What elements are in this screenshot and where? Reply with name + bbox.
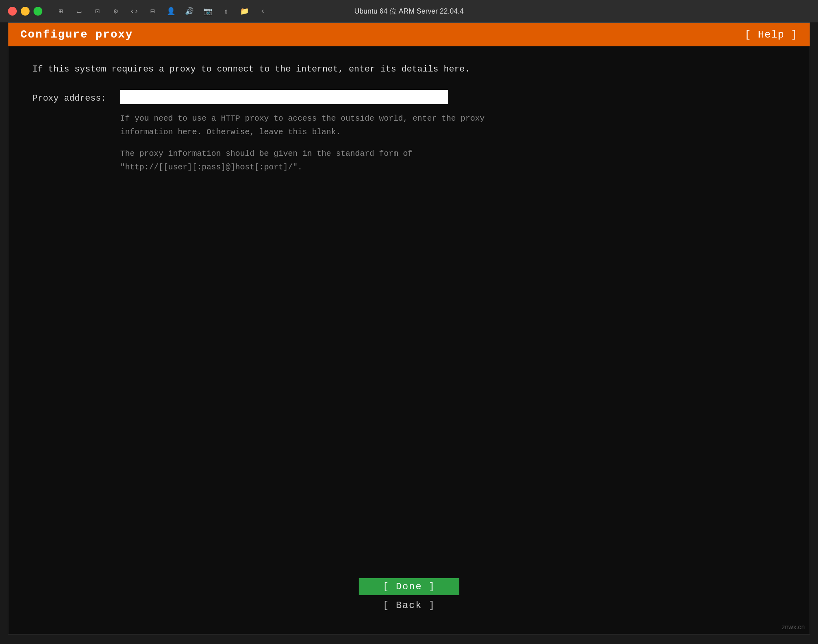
- installer-title: Configure proxy: [20, 28, 133, 41]
- back-button[interactable]: [ Back ]: [359, 597, 459, 614]
- sidebar-icon[interactable]: ⊞: [55, 6, 66, 17]
- audio-icon[interactable]: 🔊: [184, 6, 195, 17]
- done-button[interactable]: [ Done ]: [359, 578, 459, 595]
- folder-icon[interactable]: 📁: [239, 6, 250, 17]
- intro-text: If this system requires a proxy to conne…: [32, 62, 786, 76]
- watermark: znwx.cn: [782, 624, 805, 631]
- window-icon[interactable]: ▭: [73, 6, 85, 17]
- help-paragraph-1: If you need to use a HTTP proxy to acces…: [120, 112, 786, 139]
- proxy-address-input[interactable]: [120, 90, 448, 104]
- window-title: Ubuntu 64 位 ARM Server 22.04.4: [354, 6, 464, 16]
- titlebar: ⊞ ▭ ⊡ ⚙ ‹› ⊟ 👤 🔊 📷 ⇧ 📁 ‹ Ubuntu 64 位 ARM…: [0, 0, 818, 22]
- traffic-lights: [8, 7, 42, 16]
- camera-icon[interactable]: 📷: [202, 6, 213, 17]
- user-icon[interactable]: 👤: [165, 6, 177, 17]
- proxy-label: Proxy address:: [32, 90, 120, 105]
- settings-icon[interactable]: ⚙: [110, 6, 121, 17]
- titlebar-icons: ⊞ ▭ ⊡ ⚙ ‹› ⊟ 👤 🔊 📷 ⇧ 📁 ‹: [55, 6, 268, 17]
- share-icon[interactable]: ⇧: [220, 6, 232, 17]
- code-icon[interactable]: ‹›: [129, 6, 140, 17]
- installer-footer: [ Done ] [ Back ]: [8, 578, 810, 634]
- help-text: If you need to use a HTTP proxy to acces…: [120, 112, 786, 174]
- close-button[interactable]: [8, 7, 17, 16]
- disk-icon[interactable]: ⊟: [147, 6, 158, 17]
- back-icon[interactable]: ‹: [257, 6, 268, 17]
- snapshot-icon[interactable]: ⊡: [92, 6, 103, 17]
- help-paragraph-2: The proxy information should be given in…: [120, 147, 786, 174]
- minimize-button[interactable]: [21, 7, 30, 16]
- form-row: Proxy address:: [32, 90, 786, 105]
- installer-content: If this system requires a proxy to conne…: [8, 46, 810, 578]
- vm-screen: Configure proxy [ Help ] If this system …: [8, 22, 810, 634]
- fullscreen-button[interactable]: [34, 7, 42, 16]
- help-button[interactable]: [ Help ]: [745, 29, 798, 41]
- installer-header: Configure proxy [ Help ]: [8, 23, 810, 46]
